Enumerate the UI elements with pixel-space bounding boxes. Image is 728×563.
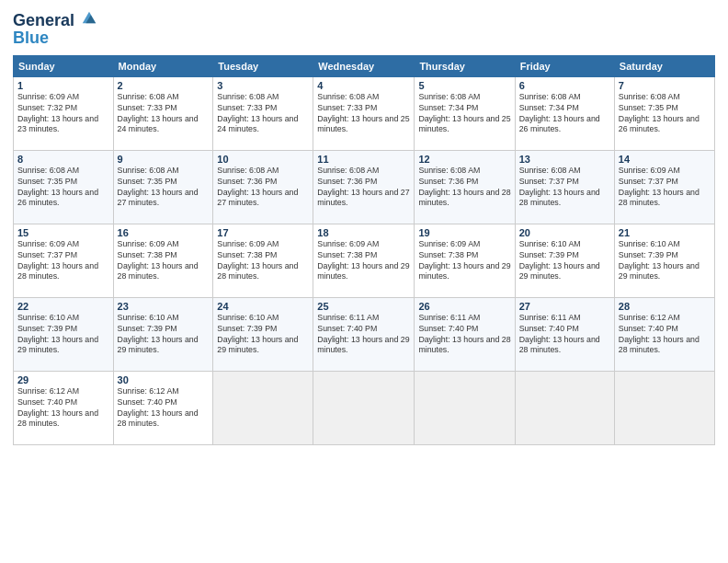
calendar-table: SundayMondayTuesdayWednesdayThursdayFrid… <box>13 55 715 445</box>
day-number: 15 <box>17 227 109 238</box>
day-info: Sunrise: 6:11 AMSunset: 7:40 PMDaylight:… <box>317 313 410 357</box>
calendar-week-row: 29Sunrise: 6:12 AMSunset: 7:40 PMDayligh… <box>14 371 715 444</box>
calendar-cell: 25Sunrise: 6:11 AMSunset: 7:40 PMDayligh… <box>313 297 415 371</box>
day-number: 27 <box>519 301 610 312</box>
day-info: Sunrise: 6:09 AMSunset: 7:38 PMDaylight:… <box>118 239 210 283</box>
calendar-cell: 8Sunrise: 6:08 AMSunset: 7:35 PMDaylight… <box>14 150 114 224</box>
calendar-cell: 14Sunrise: 6:09 AMSunset: 7:37 PMDayligh… <box>614 150 714 224</box>
day-number: 2 <box>118 80 210 91</box>
calendar-cell: 17Sunrise: 6:09 AMSunset: 7:38 PMDayligh… <box>213 224 313 297</box>
calendar-header-row: SundayMondayTuesdayWednesdayThursdayFrid… <box>14 55 715 76</box>
calendar-cell: 6Sunrise: 6:08 AMSunset: 7:34 PMDaylight… <box>515 76 614 150</box>
calendar-cell: 7Sunrise: 6:08 AMSunset: 7:35 PMDaylight… <box>614 76 714 150</box>
calendar-cell: 27Sunrise: 6:11 AMSunset: 7:40 PMDayligh… <box>515 297 614 371</box>
calendar-cell: 24Sunrise: 6:10 AMSunset: 7:39 PMDayligh… <box>213 297 313 371</box>
calendar-cell <box>213 371 313 444</box>
calendar-cell <box>614 371 714 444</box>
day-number: 24 <box>217 301 309 312</box>
day-number: 7 <box>619 80 711 91</box>
calendar-cell: 9Sunrise: 6:08 AMSunset: 7:35 PMDaylight… <box>113 150 213 224</box>
day-info: Sunrise: 6:12 AMSunset: 7:40 PMDaylight:… <box>17 386 109 431</box>
day-info: Sunrise: 6:11 AMSunset: 7:40 PMDaylight:… <box>418 313 510 357</box>
day-info: Sunrise: 6:09 AMSunset: 7:37 PMDaylight:… <box>619 166 711 210</box>
calendar-cell: 26Sunrise: 6:11 AMSunset: 7:40 PMDayligh… <box>415 297 515 371</box>
day-info: Sunrise: 6:10 AMSunset: 7:39 PMDaylight:… <box>619 239 711 283</box>
calendar-cell: 11Sunrise: 6:08 AMSunset: 7:36 PMDayligh… <box>313 150 415 224</box>
day-info: Sunrise: 6:08 AMSunset: 7:33 PMDaylight:… <box>317 92 410 136</box>
day-number: 17 <box>217 227 309 238</box>
calendar-cell: 23Sunrise: 6:10 AMSunset: 7:39 PMDayligh… <box>113 297 213 371</box>
logo-text: General <box>13 9 97 30</box>
day-info: Sunrise: 6:08 AMSunset: 7:34 PMDaylight:… <box>418 92 510 136</box>
day-info: Sunrise: 6:08 AMSunset: 7:36 PMDaylight:… <box>418 166 510 210</box>
day-info: Sunrise: 6:10 AMSunset: 7:39 PMDaylight:… <box>217 313 309 357</box>
day-info: Sunrise: 6:09 AMSunset: 7:37 PMDaylight:… <box>17 239 109 283</box>
day-number: 26 <box>418 301 510 312</box>
day-info: Sunrise: 6:08 AMSunset: 7:35 PMDaylight:… <box>17 166 109 210</box>
calendar-cell <box>515 371 614 444</box>
day-info: Sunrise: 6:08 AMSunset: 7:36 PMDaylight:… <box>217 166 309 210</box>
day-number: 18 <box>317 227 410 238</box>
day-number: 28 <box>619 301 711 312</box>
calendar-cell: 28Sunrise: 6:12 AMSunset: 7:40 PMDayligh… <box>614 297 714 371</box>
day-number: 25 <box>317 301 410 312</box>
day-info: Sunrise: 6:08 AMSunset: 7:37 PMDaylight:… <box>519 166 610 210</box>
day-number: 9 <box>118 154 210 165</box>
calendar-cell: 3Sunrise: 6:08 AMSunset: 7:33 PMDaylight… <box>213 76 313 150</box>
col-header-monday: Monday <box>113 55 213 76</box>
calendar-week-row: 22Sunrise: 6:10 AMSunset: 7:39 PMDayligh… <box>14 297 715 371</box>
day-info: Sunrise: 6:08 AMSunset: 7:35 PMDaylight:… <box>118 166 210 210</box>
calendar-cell: 12Sunrise: 6:08 AMSunset: 7:36 PMDayligh… <box>415 150 515 224</box>
day-number: 4 <box>317 80 410 91</box>
day-info: Sunrise: 6:09 AMSunset: 7:38 PMDaylight:… <box>418 239 510 283</box>
day-info: Sunrise: 6:09 AMSunset: 7:38 PMDaylight:… <box>317 239 410 283</box>
day-number: 30 <box>118 374 210 385</box>
calendar-cell <box>415 371 515 444</box>
day-info: Sunrise: 6:09 AMSunset: 7:32 PMDaylight:… <box>17 92 109 136</box>
calendar-cell: 1Sunrise: 6:09 AMSunset: 7:32 PMDaylight… <box>14 76 114 150</box>
day-info: Sunrise: 6:10 AMSunset: 7:39 PMDaylight:… <box>118 313 210 357</box>
calendar-week-row: 8Sunrise: 6:08 AMSunset: 7:35 PMDaylight… <box>14 150 715 224</box>
calendar-cell: 22Sunrise: 6:10 AMSunset: 7:39 PMDayligh… <box>14 297 114 371</box>
col-header-wednesday: Wednesday <box>313 55 415 76</box>
day-info: Sunrise: 6:11 AMSunset: 7:40 PMDaylight:… <box>519 313 610 357</box>
day-number: 8 <box>17 154 109 165</box>
logo-icon <box>81 9 97 26</box>
day-info: Sunrise: 6:09 AMSunset: 7:38 PMDaylight:… <box>217 239 309 283</box>
day-number: 22 <box>17 301 109 312</box>
calendar-week-row: 15Sunrise: 6:09 AMSunset: 7:37 PMDayligh… <box>14 224 715 297</box>
calendar-cell: 19Sunrise: 6:09 AMSunset: 7:38 PMDayligh… <box>415 224 515 297</box>
calendar-cell: 15Sunrise: 6:09 AMSunset: 7:37 PMDayligh… <box>14 224 114 297</box>
calendar-cell: 2Sunrise: 6:08 AMSunset: 7:33 PMDaylight… <box>113 76 213 150</box>
calendar-week-row: 1Sunrise: 6:09 AMSunset: 7:32 PMDaylight… <box>14 76 715 150</box>
calendar-cell: 30Sunrise: 6:12 AMSunset: 7:40 PMDayligh… <box>113 371 213 444</box>
calendar-cell: 18Sunrise: 6:09 AMSunset: 7:38 PMDayligh… <box>313 224 415 297</box>
day-number: 29 <box>17 374 109 385</box>
calendar-body: 1Sunrise: 6:09 AMSunset: 7:32 PMDaylight… <box>14 76 715 444</box>
day-number: 13 <box>519 154 610 165</box>
day-number: 1 <box>17 80 109 91</box>
day-number: 10 <box>217 154 309 165</box>
day-info: Sunrise: 6:08 AMSunset: 7:34 PMDaylight:… <box>519 92 610 136</box>
day-number: 14 <box>619 154 711 165</box>
logo: General Blue <box>13 9 97 48</box>
day-info: Sunrise: 6:08 AMSunset: 7:33 PMDaylight:… <box>217 92 309 136</box>
day-info: Sunrise: 6:08 AMSunset: 7:33 PMDaylight:… <box>118 92 210 136</box>
day-number: 5 <box>418 80 510 91</box>
calendar-cell: 20Sunrise: 6:10 AMSunset: 7:39 PMDayligh… <box>515 224 614 297</box>
calendar-cell <box>313 371 415 444</box>
day-number: 19 <box>418 227 510 238</box>
page-header: General Blue <box>13 9 715 48</box>
day-info: Sunrise: 6:08 AMSunset: 7:35 PMDaylight:… <box>619 92 711 136</box>
calendar-cell: 21Sunrise: 6:10 AMSunset: 7:39 PMDayligh… <box>614 224 714 297</box>
col-header-tuesday: Tuesday <box>213 55 313 76</box>
calendar-cell: 29Sunrise: 6:12 AMSunset: 7:40 PMDayligh… <box>14 371 114 444</box>
day-info: Sunrise: 6:08 AMSunset: 7:36 PMDaylight:… <box>317 166 410 210</box>
col-header-thursday: Thursday <box>415 55 515 76</box>
logo-blue: Blue <box>13 29 97 48</box>
calendar-cell: 13Sunrise: 6:08 AMSunset: 7:37 PMDayligh… <box>515 150 614 224</box>
col-header-sunday: Sunday <box>14 55 114 76</box>
day-number: 3 <box>217 80 309 91</box>
col-header-saturday: Saturday <box>614 55 714 76</box>
calendar-cell: 5Sunrise: 6:08 AMSunset: 7:34 PMDaylight… <box>415 76 515 150</box>
